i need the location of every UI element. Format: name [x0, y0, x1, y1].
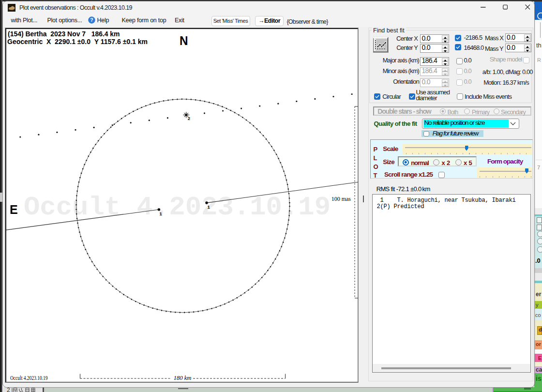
svg-text:1: 1 — [208, 204, 211, 210]
svg-text:2: 2 — [188, 116, 190, 121]
svg-text:(154) Bertha 2023 Nov 7 186: (154) Bertha 2023 Nov 7 186.4 km — [8, 30, 120, 38]
svg-text:180 km: 180 km — [174, 375, 191, 381]
svg-text:100 mas: 100 mas — [331, 196, 351, 202]
svg-text:?: ? — [90, 17, 93, 23]
svg-text:1: 1 — [160, 211, 163, 216]
svg-text:Occult 4.2023.10.19: Occult 4.2023.10.19 — [10, 375, 48, 381]
svg-text:Geocentric X 2290.1 ±0.0 Y: Geocentric X 2290.1 ±0.0 Y 1157.6 ±0.1 k… — [7, 38, 148, 45]
svg-text:2: 2 — [7, 387, 10, 392]
svg-text:Occult 4.2023.10.19: Occult 4.2023.10.19 — [24, 193, 331, 222]
svg-text:E: E — [10, 203, 18, 216]
svg-text:N: N — [180, 33, 188, 48]
